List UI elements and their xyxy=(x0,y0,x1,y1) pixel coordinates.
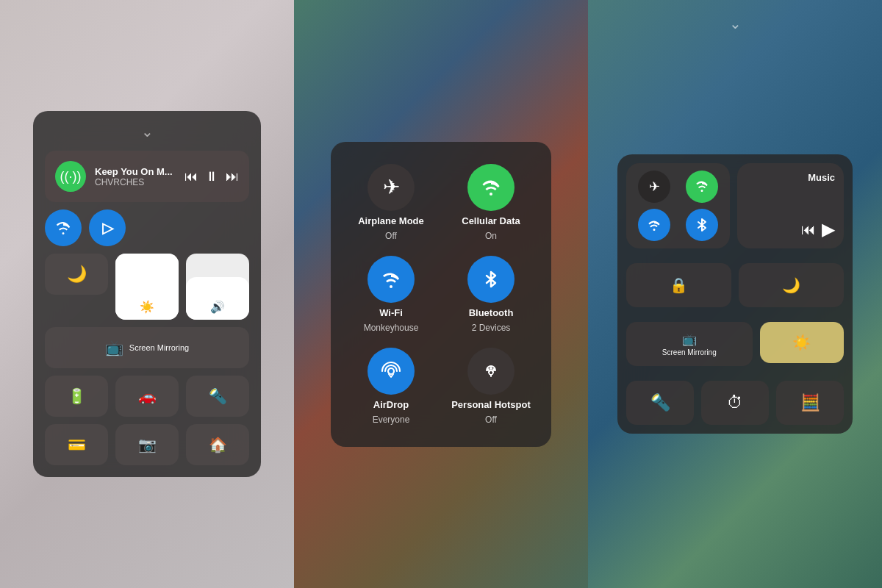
music-controls: ⏮ ⏸ ⏭ xyxy=(184,169,239,184)
right-connectivity-grid: ✈ xyxy=(626,163,730,248)
airdrop-status: Everyone xyxy=(373,415,410,425)
camera-button[interactable]: 📷 xyxy=(115,424,179,465)
right-music-label: Music xyxy=(746,172,835,183)
airplane-mode-button[interactable]: ✈ xyxy=(368,164,415,211)
cellular-data-item[interactable]: Cellular Data On xyxy=(448,164,534,241)
wifi-network: Monkeyhouse xyxy=(364,323,419,333)
right-bluetooth-button[interactable] xyxy=(686,209,718,241)
pause-button[interactable]: ⏸ xyxy=(205,169,218,184)
right-airplane-button[interactable]: ✈ xyxy=(638,171,670,203)
left-panel: ⌄ ((·)) Keep You On M... CHVRCHES ⏮ ⏸ ⏭ xyxy=(0,0,294,588)
svg-point-3 xyxy=(490,367,492,370)
hotspot-label: Personal Hotspot xyxy=(451,399,531,410)
center-panel: ✈ Airplane Mode Off Cellular Data On Wi-… xyxy=(294,0,588,588)
battery-icon: 🔋 xyxy=(68,387,86,405)
wifi-button-center[interactable] xyxy=(368,256,415,303)
airplane-mode-item[interactable]: ✈ Airplane Mode Off xyxy=(348,164,434,241)
music-app-icon: ((·)) xyxy=(55,161,86,192)
right-timer-icon: ⏱ xyxy=(727,393,743,412)
rotation-lock-icon: 🔒 xyxy=(670,276,688,294)
volume-icon: 🔊 xyxy=(210,300,225,314)
airdrop-label: AirDrop xyxy=(373,399,409,410)
rotation-lock-button[interactable]: 🔒 xyxy=(626,263,731,307)
flashlight-button[interactable]: 🔦 xyxy=(186,376,249,417)
right-screen-mirroring-label: Screen Mirroring xyxy=(662,348,717,356)
screen-mirroring-button[interactable]: 📺 Screen Mirroring xyxy=(45,327,249,368)
screen-mirroring-icon: 📺 xyxy=(105,339,123,356)
right-top-row: ✈ xyxy=(626,163,844,248)
bluetooth-status: 2 Devices xyxy=(472,323,511,333)
right-timer-button[interactable]: ⏱ xyxy=(701,381,769,425)
battery-button[interactable]: 🔋 xyxy=(45,376,108,417)
brightness-icon: ☀️ xyxy=(140,300,154,314)
wallet-icon: 💳 xyxy=(68,436,86,453)
wifi-item[interactable]: Wi-Fi Monkeyhouse xyxy=(348,256,434,333)
right-wifi-button[interactable] xyxy=(638,209,670,241)
screen-mirroring-label: Screen Mirroring xyxy=(129,343,189,352)
right-control-center: ✈ xyxy=(617,154,853,434)
bluetooth-button-left[interactable]: ▷ xyxy=(89,209,126,246)
car-icon: 🚗 xyxy=(138,387,157,405)
right-screen-mirroring-button[interactable]: 📺 Screen Mirroring xyxy=(626,322,753,366)
right-music-widget[interactable]: Music ⏮ ▶ xyxy=(737,163,844,248)
center-control-center: ✈ Airplane Mode Off Cellular Data On Wi-… xyxy=(331,142,551,447)
hotspot-item[interactable]: Personal Hotspot Off xyxy=(448,348,534,425)
right-second-row: 🔒 🌙 xyxy=(626,263,844,307)
right-calculator-button[interactable]: 🧮 xyxy=(776,381,844,425)
wifi-label: Wi-Fi xyxy=(379,307,403,318)
do-not-disturb-button[interactable]: 🌙 xyxy=(45,254,108,295)
airplane-mode-status: Off xyxy=(385,231,397,241)
right-cellular-button[interactable] xyxy=(686,171,718,203)
right-prev-button[interactable]: ⏮ xyxy=(801,221,816,238)
prev-button[interactable]: ⏮ xyxy=(184,169,198,184)
song-title: Keep You On M... xyxy=(95,166,176,177)
hotspot-status: Off xyxy=(485,415,497,425)
music-widget[interactable]: ((·)) Keep You On M... CHVRCHES ⏮ ⏸ ⏭ xyxy=(45,151,249,202)
next-button[interactable]: ⏭ xyxy=(226,169,239,184)
right-chevron-icon: ⌄ xyxy=(588,15,882,32)
airplane-mode-label: Airplane Mode xyxy=(358,215,424,226)
cellular-icon xyxy=(480,178,502,197)
hotspot-button[interactable] xyxy=(467,348,514,395)
home-icon: 🏠 xyxy=(209,436,227,453)
right-bluetooth-icon xyxy=(695,217,709,233)
svg-point-2 xyxy=(487,368,490,371)
right-wifi-icon xyxy=(646,218,662,232)
home-button[interactable]: 🏠 xyxy=(186,424,249,465)
camera-icon: 📷 xyxy=(138,436,157,453)
right-cellular-icon xyxy=(695,180,709,193)
moon-icon: 🌙 xyxy=(67,265,87,284)
bluetooth-icon-center xyxy=(481,269,501,290)
cellular-data-button[interactable] xyxy=(467,164,514,211)
wallet-button[interactable]: 💳 xyxy=(45,424,108,465)
cellular-data-label: Cellular Data xyxy=(462,215,520,226)
right-flashlight-button[interactable]: 🔦 xyxy=(626,381,694,425)
music-info: Keep You On M... CHVRCHES xyxy=(95,166,176,187)
right-play-button[interactable]: ▶ xyxy=(822,219,835,240)
right-bottom-row: 🔦 ⏱ 🧮 xyxy=(626,381,844,425)
bluetooth-button-center[interactable] xyxy=(467,256,514,303)
wifi-icon-center xyxy=(379,269,403,290)
right-brightness-slider[interactable]: ☀️ xyxy=(760,322,844,363)
brightness-slider[interactable]: ☀️ xyxy=(115,254,179,320)
wifi-button[interactable] xyxy=(45,209,82,246)
airdrop-item[interactable]: AirDrop Everyone xyxy=(348,348,434,425)
right-brightness-icon: ☀️ xyxy=(792,334,811,351)
carplay-button[interactable]: 🚗 xyxy=(115,376,179,417)
svg-point-1 xyxy=(492,368,495,371)
airplane-icon: ✈ xyxy=(383,175,400,199)
bluetooth-item[interactable]: Bluetooth 2 Devices xyxy=(448,256,534,333)
chevron-down-icon[interactable]: ⌄ xyxy=(45,123,249,140)
right-dnd-button[interactable]: 🌙 xyxy=(739,263,844,307)
volume-slider[interactable]: 🔊 xyxy=(186,254,249,320)
airdrop-button[interactable] xyxy=(368,348,415,395)
right-panel: ⌄ ✈ xyxy=(588,0,882,588)
right-third-row: 📺 Screen Mirroring ☀️ xyxy=(626,322,844,366)
cellular-data-status: On xyxy=(485,231,497,241)
right-music-controls: ⏮ ▶ xyxy=(746,219,835,240)
left-control-center: ⌄ ((·)) Keep You On M... CHVRCHES ⏮ ⏸ ⏭ xyxy=(33,111,261,477)
bottom-grid-row2: 💳 📷 🏠 xyxy=(45,424,249,465)
airdrop-icon xyxy=(379,361,403,381)
song-artist: CHVRCHES xyxy=(95,177,176,187)
right-moon-icon: 🌙 xyxy=(782,276,800,294)
